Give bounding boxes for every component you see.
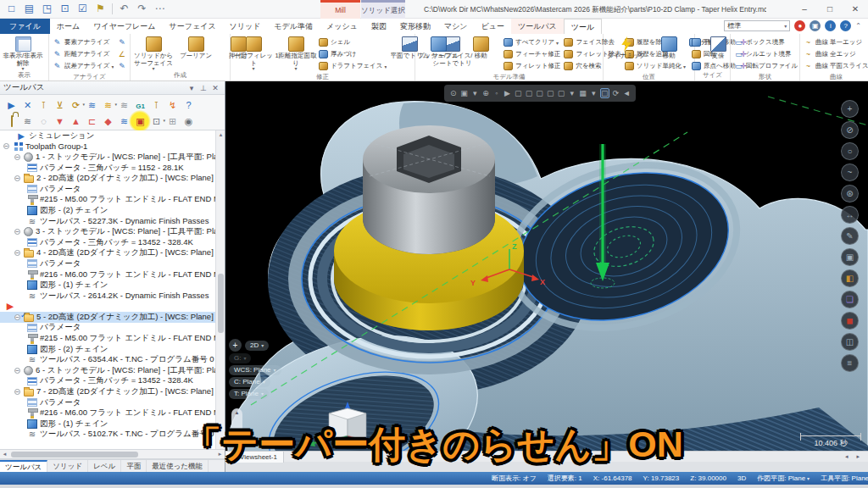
grid-icon[interactable]: ▦ [579,89,587,97]
gview-lock-icon[interactable]: ⊙ [449,89,458,97]
chevron-down-icon[interactable]: ▾ [589,89,598,97]
toolpath-tree-item[interactable]: パラメータ - 三角パッチ = 13452 - 328.4K [0,376,225,387]
more-icon[interactable]: ⋯ [153,2,166,15]
status-工具平面[interactable]: 工具平面: Plane▾ [821,474,868,483]
ribbon-button-thicken-icon[interactable]: 厚みづけ [319,48,387,60]
panel-tab-ツールパス[interactable]: ツールパス [0,460,47,472]
toolpath-insert-marker[interactable]: ▶ [0,302,225,313]
toolpath-tree-item[interactable]: ≋ツールパス - 2614.2K - Dynamic Finish Passes [0,291,225,302]
expander-icon[interactable]: − [14,229,20,235]
toolpath-tree-item[interactable]: #215 - M5.00 フラット エンドミル - FLAT END MIL [0,333,225,344]
status-作図平面[interactable]: 作図平面: Plane▾ [757,474,810,483]
info-icon[interactable]: i [825,20,836,31]
tool-display-icon[interactable]: ⊺ [36,97,52,113]
toolpath-tree-item[interactable]: −Toolpath Group-1 [0,141,225,152]
backplot-icon[interactable]: ⊺ [148,97,164,113]
section-view-icon[interactable]: ◫ [841,333,859,351]
minimize-button[interactable]: – [792,0,817,19]
expander-icon[interactable]: − [14,250,20,256]
spline-icon[interactable]: ~ [841,164,859,181]
ribbon-button-curve-one-edge-icon[interactable]: ~曲線 単一エッジ [804,36,868,48]
ribbon-button-clear-all-icon[interactable]: すべてクリア▾ [504,36,560,48]
tab-ファイル[interactable]: ファイル [0,19,50,34]
cube-view-icon[interactable]: ◧ [841,269,859,287]
profile-select[interactable]: 標準▾ [724,20,790,31]
scroll-left-icon[interactable]: ◄ [0,452,9,457]
toolpath-tree-item[interactable]: パラメータ - 三角パッチ = 13452 - 328.4K [0,237,225,248]
stack-icon[interactable]: ≡ [841,354,859,372]
analyze-distance-icon[interactable]: ⊘ [841,121,859,139]
flag-icon[interactable]: ⚑ [94,2,107,15]
tplane-chip[interactable]: T: Plane▾ [229,389,269,399]
ribbon-button-analyze-distance-icon[interactable]: ✎距離アナライズ [53,48,114,60]
ribbon-button-revolve-profile-icon[interactable]: ▭回転プロファイル [734,60,798,72]
tool-hide-icon[interactable]: ⊻ [52,97,68,113]
contextual-tab-mill[interactable]: Mill [320,0,360,19]
help-icon[interactable]: ? [181,97,197,113]
ribbon-button-analyze-angle-icon[interactable]: ∠ [117,48,129,60]
fit-view-icon[interactable]: ↔ [841,206,859,224]
ghost-icon[interactable]: ◌ [36,114,52,129]
stock-display-icon[interactable]: ⊡▾ [148,114,164,129]
new-file-icon[interactable]: □ [5,2,18,15]
tab-モデル準備[interactable]: モデル準備 [267,19,320,34]
autocursor-icon[interactable]: ⊕ [481,89,490,97]
toolpath-tree-item[interactable]: ▶シミュレーション [0,130,225,141]
ribbon-button-hide-unhide-icon[interactable]: 非表示/非表示解除▾ [2,36,44,71]
ribbon-button-analyze-dynamic-icon[interactable]: ✎ [117,36,129,48]
toolpath-tree-item[interactable]: パラメータ [0,258,225,269]
ribbon-button-chamfer-icon[interactable]: 1距離指定面取り▾ [275,36,317,71]
toolpath-tree-item[interactable]: パラメータ [0,323,225,334]
tab-製図[interactable]: 製図 [364,19,393,34]
expander-icon[interactable]: − [3,143,9,149]
toolpath-tree-item[interactable]: −7 - 2D高速 (2Dダイナミック加工) - [WCS: Plane] - [0,386,225,397]
tab-ワイヤーフレーム[interactable]: ワイヤーフレーム [86,19,162,34]
tab-ツール[interactable]: ツール [564,19,602,34]
section-icon[interactable]: ⊞ [164,114,181,129]
chevron-down-icon[interactable]: ▾ [568,89,576,97]
tree-vertical-scrollbar[interactable]: ▲ ▼ [215,130,225,449]
active-select-icon[interactable]: ▢ [600,88,609,98]
pick-body-icon[interactable]: ▢ [536,89,544,97]
lock-icon[interactable] [3,114,19,129]
ribbon-button-solid-to-surface-icon[interactable]: ソリッドからサーフェイス▾ [132,36,175,71]
shield-icon[interactable]: ▣ [810,20,821,31]
add-icon[interactable]: + [841,100,859,118]
ribbon-button-draft-face-icon[interactable]: ドラフトフェイス▾ [319,60,387,72]
origin-snap-icon[interactable]: ◦ [492,89,501,97]
ribbon-button-analyze-error-icon[interactable]: ✎誤差アナライズ▾ [53,60,114,72]
scrollbar-thumb[interactable] [218,274,224,333]
ribbon-button-dynamic-icon[interactable]: ダイナミック [605,36,648,60]
add-view-icon[interactable]: + [229,339,242,352]
graphics-viewport[interactable]: Z X Y ⊙▣▾⊕◦▶▢▢▢▢▢▾▦▾▢⟳◄ +2D▾G:▾WCS: Plan… [225,81,868,472]
maximize-button[interactable]: □ [817,0,843,19]
cplane-chip[interactable]: C: Plane▾ [229,377,270,387]
expander-icon[interactable]: − [14,154,20,160]
tab-ホーム[interactable]: ホーム [50,19,86,34]
highlighted-window-icon[interactable]: ▣ [132,114,148,129]
layers-icon[interactable]: ❏ [841,291,859,308]
ribbon-button-boolean-icon[interactable]: ブーリアン [175,36,217,60]
panel-tab-ソリッド[interactable]: ソリッド [47,460,88,472]
close-button[interactable]: ✕ [843,0,868,19]
tab-マシン[interactable]: マシン [437,19,475,34]
scrollbar-thumb[interactable] [11,452,138,458]
expander-icon[interactable]: − [14,389,20,395]
collapse-ribbon-icon[interactable]: ⌃ [855,22,861,30]
ribbon-button-constant-fillet-icon[interactable]: 一定フィレット▾ [232,36,275,71]
ribbon-button-move-icon[interactable]: 移動 [459,36,502,60]
close-icon[interactable]: ✕ [209,84,221,92]
toolpath-tree-item[interactable]: #216 - M6.00 フラット エンドミル - FLAT END MIL [0,408,225,419]
tab-サーフェイス[interactable]: サーフェイス [163,19,223,34]
cursor-icon[interactable]: ▶ [504,89,512,97]
toolpath-tree-item[interactable]: 図形 - (2) チェイン [0,344,225,355]
circle-icon[interactable]: ○ [841,142,859,160]
chevron-down-icon[interactable]: ▾ [470,89,479,97]
chain-icon[interactable]: ▢ [557,89,565,97]
pan-up-icon[interactable]: ▲ [235,410,240,415]
tab-変形移動[interactable]: 変形移動 [393,19,437,34]
ribbon-button-silhouette-icon[interactable]: ▭シルエット境界 [734,48,798,60]
expander-icon[interactable]: − [14,175,20,181]
refresh-icon[interactable]: ⟳ [612,89,620,97]
gview-chip[interactable]: G:▾ [229,353,251,363]
